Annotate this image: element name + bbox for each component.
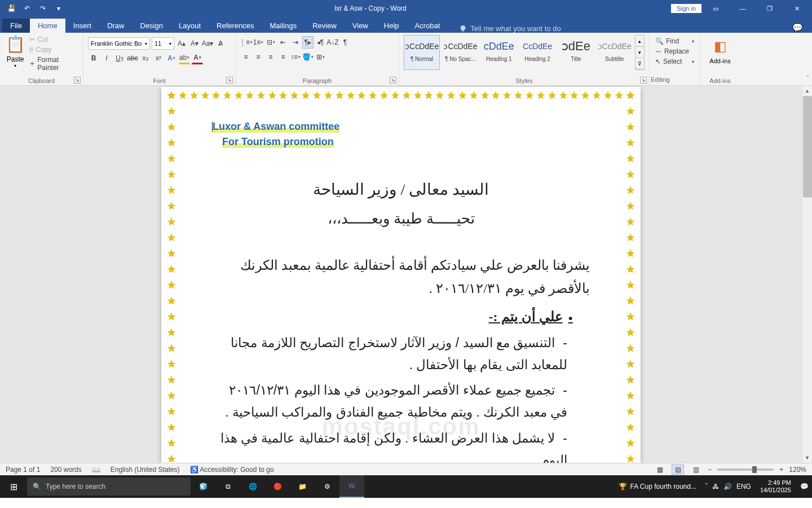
word-icon[interactable]: W bbox=[339, 475, 364, 498]
ribbon-display-icon[interactable]: ▭ bbox=[703, 0, 729, 17]
styles-launcher[interactable]: ⬊ bbox=[640, 77, 647, 84]
scroll-down-button[interactable]: ▼ bbox=[802, 453, 812, 463]
language-indicator[interactable]: ENG bbox=[736, 483, 751, 491]
tab-design[interactable]: Design bbox=[133, 19, 171, 33]
explorer-icon[interactable]: 📁 bbox=[290, 475, 315, 498]
underline-button[interactable]: U bbox=[114, 52, 125, 64]
zoom-out-button[interactable]: − bbox=[708, 466, 712, 474]
document-content[interactable]: Luxor & Aswan committee For Tourism prom… bbox=[184, 98, 618, 463]
tab-review[interactable]: Review bbox=[304, 19, 345, 33]
multilevel-button[interactable]: ⊟ bbox=[265, 36, 276, 49]
print-layout-button[interactable]: ▤ bbox=[672, 465, 684, 475]
superscript-button[interactable]: x² bbox=[153, 52, 164, 64]
tab-view[interactable]: View bbox=[345, 19, 376, 33]
borders-button[interactable]: ⊞ bbox=[315, 51, 326, 63]
zoom-level[interactable]: 120% bbox=[789, 466, 806, 474]
comments-icon[interactable]: 💬 bbox=[792, 23, 803, 33]
paragraph-launcher[interactable]: ⬊ bbox=[390, 77, 396, 84]
tab-help[interactable]: Help bbox=[376, 19, 407, 33]
tab-mailings[interactable]: Mailings bbox=[262, 19, 305, 33]
clear-formatting-button[interactable]: A̷ bbox=[215, 37, 226, 50]
news-widget[interactable]: 🏆 FA Cup fourth round... bbox=[614, 483, 701, 491]
word-count[interactable]: 200 words bbox=[50, 466, 81, 474]
qat-more-icon[interactable]: ▾ bbox=[52, 5, 65, 12]
shading-button[interactable]: 🪣 bbox=[302, 51, 314, 63]
zoom-handle[interactable] bbox=[752, 466, 757, 473]
tab-references[interactable]: References bbox=[209, 19, 262, 33]
style-heading1[interactable]: cDdEeHeading 1 bbox=[481, 35, 517, 70]
format-painter-button[interactable]: ✦Format Painter bbox=[28, 55, 78, 72]
bullets-button[interactable]: ⋮≡ bbox=[240, 36, 251, 49]
start-button[interactable]: ⊞ bbox=[0, 481, 27, 492]
close-button[interactable]: ✕ bbox=[784, 0, 810, 17]
collapse-ribbon-button[interactable]: ˆ bbox=[806, 75, 809, 82]
style-heading2[interactable]: CcDdEeHeading 2 bbox=[519, 35, 555, 70]
style-normal[interactable]: ɔCcDdEe¶ Normal bbox=[404, 35, 440, 70]
line-spacing-button[interactable]: ↕≡ bbox=[290, 51, 301, 63]
chrome-icon[interactable]: 🔴 bbox=[265, 475, 290, 498]
language-status[interactable]: English (United States) bbox=[111, 466, 180, 474]
task-view-button[interactable]: ⧉ bbox=[215, 475, 240, 498]
addins-button[interactable]: ◧ Add-ins bbox=[705, 38, 735, 64]
style-subtitle[interactable]: ɔCcDdEeSubtitle bbox=[597, 35, 633, 70]
undo-icon[interactable]: ↶ bbox=[20, 5, 34, 12]
justify-button[interactable]: ≡ bbox=[277, 51, 289, 63]
highlight-button[interactable]: ab bbox=[179, 52, 190, 64]
rubik-icon[interactable]: 🧊 bbox=[191, 475, 215, 498]
accessibility-status[interactable]: ♿ Accessibility: Good to go bbox=[190, 466, 274, 474]
volume-icon[interactable]: 🔊 bbox=[723, 483, 732, 491]
maximize-button[interactable]: ❐ bbox=[757, 0, 783, 17]
scroll-up-button[interactable]: ▲ bbox=[802, 86, 812, 96]
text-effects-button[interactable]: A bbox=[166, 52, 177, 64]
clipboard-launcher[interactable]: ⬊ bbox=[74, 77, 81, 84]
grow-font-button[interactable]: A▴ bbox=[176, 37, 187, 50]
paste-button[interactable]: 📋 Paste ▾ bbox=[5, 35, 26, 72]
tab-draw[interactable]: Draw bbox=[99, 19, 132, 33]
document-page[interactable]: ★★★★★★★★★★★★★★★★★★★★★★★★★★★★★★★★★★★★★★★★… bbox=[161, 87, 641, 463]
tell-me-search[interactable]: Tell me what you want to do bbox=[459, 24, 561, 33]
network-icon[interactable]: 🖧 bbox=[712, 483, 719, 491]
save-icon[interactable]: 💾 bbox=[5, 5, 18, 12]
style-nospacing[interactable]: ɔCcDdEe¶ No Spac... bbox=[442, 35, 478, 70]
vertical-scrollbar[interactable]: ▲ ▼ bbox=[802, 86, 812, 463]
font-launcher[interactable]: ⬊ bbox=[226, 77, 233, 84]
scroll-thumb[interactable] bbox=[803, 96, 812, 198]
notification-icon[interactable]: 💬 bbox=[800, 483, 809, 491]
find-button[interactable]: 🔍Find▾ bbox=[654, 36, 695, 46]
web-layout-button[interactable]: ▥ bbox=[690, 465, 702, 475]
ltr-direction-button[interactable]: ¶▸ bbox=[302, 36, 314, 49]
zoom-in-button[interactable]: + bbox=[779, 466, 783, 474]
change-case-button[interactable]: Aa▾ bbox=[202, 37, 213, 50]
font-size-combo[interactable]: 11▾ bbox=[152, 37, 174, 50]
font-name-combo[interactable]: Franklin Gothic Bo▾ bbox=[88, 37, 150, 50]
zoom-slider[interactable] bbox=[717, 468, 774, 471]
decrease-indent-button[interactable]: ⇤ bbox=[277, 36, 289, 49]
subscript-button[interactable]: x₂ bbox=[140, 52, 151, 64]
tab-insert[interactable]: Insert bbox=[65, 19, 100, 33]
page-status[interactable]: Page 1 of 1 bbox=[6, 466, 40, 474]
tray-chevron-icon[interactable]: ˆ bbox=[705, 483, 708, 491]
italic-button[interactable]: I bbox=[101, 52, 112, 64]
align-right-button[interactable]: ≡ bbox=[265, 51, 276, 63]
settings-icon[interactable]: ⚙ bbox=[315, 475, 339, 498]
show-paragraph-button[interactable]: ¶ bbox=[339, 36, 351, 49]
spellcheck-icon[interactable]: 📖 bbox=[92, 466, 100, 474]
minimize-button[interactable]: — bbox=[730, 0, 756, 17]
increase-indent-button[interactable]: ⇥ bbox=[290, 36, 301, 49]
bold-button[interactable]: B bbox=[88, 52, 99, 64]
select-button[interactable]: ↖Select▾ bbox=[654, 56, 695, 67]
style-title[interactable]: ɔdEeTitle bbox=[558, 35, 594, 70]
taskbar-search[interactable]: 🔍 Type here to search bbox=[27, 478, 191, 496]
read-mode-button[interactable]: ▦ bbox=[654, 465, 666, 475]
replace-button[interactable]: ↔Replace bbox=[654, 46, 695, 56]
strikethrough-button[interactable]: abc bbox=[127, 52, 138, 64]
align-left-button[interactable]: ≡ bbox=[240, 51, 251, 63]
numbering-button[interactable]: 1≡ bbox=[253, 36, 264, 49]
rtl-direction-button[interactable]: ◂¶ bbox=[315, 36, 326, 49]
copy-button[interactable]: ⎘Copy bbox=[28, 45, 78, 54]
cut-button[interactable]: ✂Cut bbox=[28, 35, 78, 44]
signin-button[interactable]: Sign in bbox=[671, 4, 701, 13]
clock[interactable]: 2:49 PM 14/01/2025 bbox=[756, 479, 796, 494]
font-color-button[interactable]: A bbox=[192, 52, 203, 64]
tab-layout[interactable]: Layout bbox=[171, 19, 209, 33]
